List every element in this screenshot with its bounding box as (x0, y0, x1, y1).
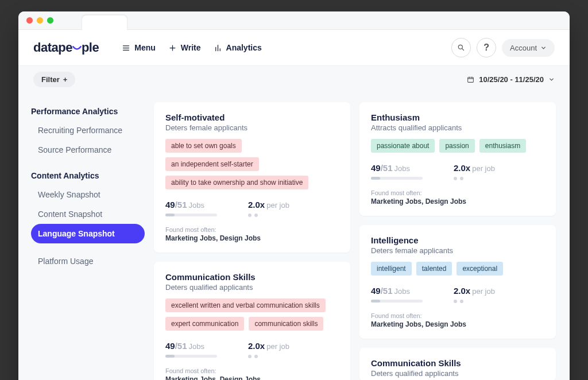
stat-mult-unit: per job (266, 342, 289, 351)
stat-mult-value: 2.0x (454, 286, 470, 296)
chip: exceptional (457, 262, 503, 276)
found-block: Found most often:Marketing Jobs, Design … (165, 367, 339, 380)
chevron-down-icon (548, 76, 555, 83)
stat-jobs-count: 49/51 (371, 163, 393, 173)
card-subtitle: Deters female applicants (371, 246, 544, 255)
stat-multiplier: 2.0xper job (454, 163, 495, 180)
sidebar-item[interactable]: Content Snapshot (31, 204, 145, 224)
card-title: Communication Skills (165, 272, 339, 282)
card-subtitle: Deters female applicants (165, 123, 339, 132)
account-menu[interactable]: Account (502, 39, 555, 57)
date-range-text: 10/25/20 - 11/25/20 (479, 75, 544, 84)
language-card: Self-motivatedDeters female applicantsab… (154, 102, 350, 253)
stat-multiplier: 2.0xper job (248, 200, 289, 217)
search-button[interactable] (451, 38, 471, 57)
stat-jobs-unit: Jobs (394, 164, 410, 173)
chip-list: passionate aboutpassionenthusiasm (371, 139, 544, 153)
search-icon (457, 44, 465, 52)
sidebar-item[interactable]: Platform Usage (31, 251, 145, 271)
found-value: Marketing Jobs, Design Jobs (165, 234, 339, 242)
card-subtitle: Deters qualified applicants (371, 369, 544, 378)
stat-mult-value: 2.0x (454, 163, 470, 173)
pager-dots (454, 177, 495, 180)
app-header: datapeple Menu Write Analytics ? Account (18, 30, 570, 66)
progress-bar (165, 355, 217, 358)
nav-analytics[interactable]: Analytics (214, 43, 262, 52)
stat-mult-value: 2.0x (248, 200, 265, 210)
bar-chart-icon (214, 44, 222, 52)
chip-list: excellent written and verbal communicati… (165, 298, 339, 331)
main-nav: Menu Write Analytics (122, 43, 262, 52)
sidebar-heading-performance: Performance Analytics (31, 107, 145, 116)
maximize-window-icon[interactable] (47, 17, 53, 24)
hamburger-icon (122, 44, 130, 52)
help-button[interactable]: ? (477, 38, 496, 57)
stat-mult-unit: per job (472, 164, 495, 173)
progress-bar (165, 214, 217, 216)
found-value: Marketing Jobs, Design Jobs (165, 375, 339, 380)
language-card: Communication SkillsDeters qualified app… (359, 348, 556, 380)
filter-label: Filter (41, 75, 60, 84)
close-window-icon[interactable] (26, 17, 33, 24)
browser-tab[interactable] (82, 15, 127, 30)
sidebar-item[interactable]: Source Performance (31, 140, 145, 160)
stat-mult-unit: per job (472, 287, 495, 296)
app-window: datapeple Menu Write Analytics ? Account (18, 11, 570, 380)
nav-write-label: Write (181, 43, 201, 52)
card-stats: 49/51Jobs2.0xper job (371, 163, 544, 180)
card-title: Intelligence (371, 235, 544, 245)
svg-point-0 (458, 45, 462, 49)
chip: passionate about (371, 139, 435, 153)
window-titlebar (18, 11, 570, 30)
chip-list: intelligenttalentedexceptional (371, 262, 544, 276)
card-subtitle: Deters qualified applicants (165, 283, 339, 292)
nav-analytics-label: Analytics (226, 43, 262, 52)
found-label: Found most often: (165, 367, 339, 374)
stat-multiplier: 2.0xper job (248, 341, 289, 358)
chip: intelligent (371, 262, 412, 276)
minimize-window-icon[interactable] (37, 17, 43, 24)
question-icon: ? (483, 42, 489, 53)
stat-mult-value: 2.0x (248, 341, 265, 351)
stat-jobs: 49/51Jobs (165, 341, 217, 358)
language-card: IntelligenceDeters female applicantsinte… (359, 225, 556, 339)
nav-menu[interactable]: Menu (122, 43, 156, 52)
progress-bar (371, 177, 423, 180)
content-area: Self-motivatedDeters female applicantsab… (150, 93, 570, 380)
card-title: Communication Skills (371, 358, 544, 368)
calendar-icon (467, 76, 474, 83)
sidebar-item[interactable]: Recruiting Performance (31, 121, 145, 140)
sidebar-heading-content: Content Analytics (31, 171, 145, 180)
card-subtitle: Attracts qualified applicants (371, 123, 544, 132)
filter-button[interactable]: Filter + (33, 72, 75, 87)
chip: able to set own goals (165, 139, 242, 153)
sidebar-item[interactable]: Weekly Snapshot (31, 185, 145, 204)
chip: excellent written and verbal communicati… (165, 298, 326, 312)
chip: expert communication (165, 317, 244, 331)
account-label: Account (510, 44, 537, 52)
nav-write[interactable]: Write (168, 43, 201, 52)
found-label: Found most often: (371, 189, 544, 196)
stat-jobs: 49/51Jobs (371, 163, 423, 180)
stat-jobs-unit: Jobs (189, 342, 204, 351)
chip: enthusiasm (479, 139, 526, 153)
language-card: Communication SkillsDeters qualified app… (154, 262, 350, 380)
found-value: Marketing Jobs, Design Jobs (371, 320, 544, 328)
chip: passion (439, 139, 474, 153)
sidebar-item[interactable]: Language Snapshot (31, 224, 145, 243)
language-card: EnthusiasmAttracts qualified applicantsp… (359, 102, 556, 216)
nav-menu-label: Menu (134, 43, 156, 52)
date-range-selector[interactable]: 10/25/20 - 11/25/20 (467, 75, 555, 84)
pager-dots (454, 300, 495, 303)
window-controls (26, 17, 53, 24)
stat-jobs-unit: Jobs (394, 287, 410, 296)
plus-icon (168, 44, 177, 52)
found-block: Found most often:Marketing Jobs, Design … (371, 189, 544, 205)
chip-list: able to set own goalsan independent self… (165, 139, 339, 189)
found-block: Found most often:Marketing Jobs, Design … (165, 226, 339, 242)
stat-jobs-count: 49/51 (165, 341, 187, 351)
stat-multiplier: 2.0xper job (454, 286, 495, 303)
stat-jobs-count: 49/51 (165, 200, 187, 210)
stat-mult-unit: per job (266, 201, 289, 210)
pager-dots (248, 355, 289, 358)
